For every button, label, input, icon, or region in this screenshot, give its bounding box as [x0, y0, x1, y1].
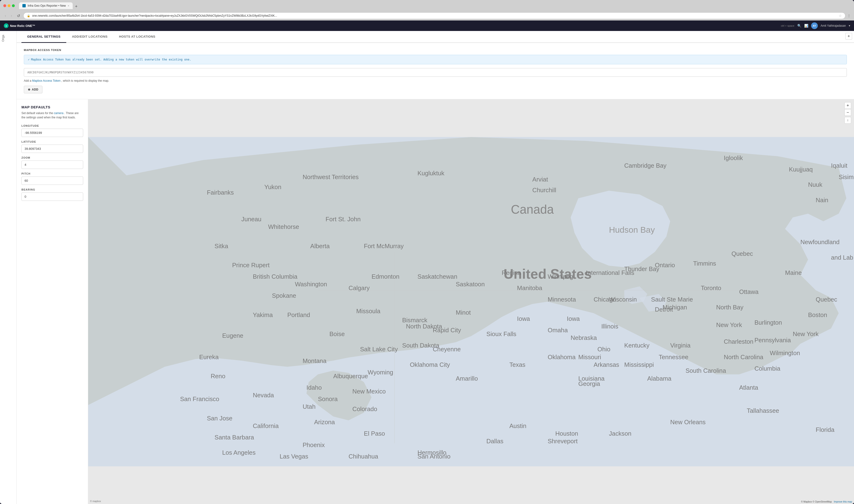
svg-text:Kugluktuk: Kugluktuk	[417, 170, 444, 177]
svg-text:Dallas: Dallas	[486, 438, 503, 445]
url-text: one.newrelic.com/launcher/85a4b2b4-1bcd-…	[32, 14, 837, 17]
svg-text:Jackson: Jackson	[609, 430, 631, 437]
svg-text:New York: New York	[793, 330, 819, 337]
browser-titlebar: Infra Geo Ops Reporter • New × +	[0, 0, 854, 11]
svg-text:Tallahassee: Tallahassee	[747, 407, 779, 414]
zoom-input[interactable]	[21, 161, 83, 169]
svg-text:Los Angeles: Los Angeles	[222, 449, 255, 456]
bearing-input[interactable]	[21, 193, 83, 201]
mapbox-token-link[interactable]: Mapbox Access Token	[32, 79, 60, 83]
star-icon[interactable]: ☆	[839, 14, 842, 18]
latitude-input[interactable]	[21, 145, 83, 153]
close-traffic-light[interactable]	[3, 4, 6, 7]
svg-text:San Francisco: San Francisco	[180, 396, 219, 402]
map-section-title: MAP DEFAULTS	[21, 105, 83, 109]
svg-text:New York: New York	[716, 322, 742, 328]
lock-icon: 🔒	[27, 14, 30, 17]
svg-text:Sault Ste Marie: Sault Ste Marie	[651, 296, 693, 303]
sidebar-label: Origa	[0, 33, 6, 43]
svg-text:Mississippi: Mississippi	[624, 361, 654, 368]
svg-text:North Dakota: North Dakota	[406, 323, 442, 330]
svg-text:Sitka: Sitka	[214, 243, 228, 249]
svg-text:Texas: Texas	[510, 361, 526, 368]
page-plus-button[interactable]: +	[846, 33, 852, 39]
token-input[interactable]	[24, 68, 847, 77]
svg-text:Ohio: Ohio	[598, 346, 610, 353]
search-button[interactable]: 🔍	[797, 24, 801, 28]
svg-text:Eugene: Eugene	[222, 332, 243, 339]
chart-button[interactable]: 📊	[804, 24, 808, 28]
ctrl-space-hint: ctrl + space	[781, 24, 795, 27]
svg-text:Iqaluit: Iqaluit	[831, 162, 848, 169]
tab-add-edit-locations[interactable]: ADD/EDIT LOCATIONS	[66, 31, 113, 43]
svg-text:Salt Lake City: Salt Lake City	[360, 346, 398, 353]
svg-text:Boise: Boise	[329, 330, 344, 337]
app-outer: Origa GENERAL SETTINGS ADD/EDIT LOCATION…	[0, 31, 854, 504]
svg-text:Canada: Canada	[511, 202, 554, 216]
map-compass-button[interactable]: ↑	[844, 117, 851, 124]
svg-text:El Paso: El Paso	[364, 430, 385, 437]
svg-text:Portland: Portland	[287, 311, 310, 318]
content-area: MAPBOX ACCESS TOKEN ✓ Mapbox Access Toke…	[17, 43, 854, 504]
map-zoom-controls: + − ↑	[844, 102, 851, 124]
latitude-label: LATITUDE	[21, 140, 83, 143]
app-sidebar: Origa	[0, 31, 17, 504]
svg-text:Illinois: Illinois	[601, 323, 618, 330]
tab-close-btn[interactable]: ×	[68, 4, 69, 7]
new-tab-button[interactable]: +	[74, 4, 79, 9]
svg-text:Oklahoma: Oklahoma	[548, 354, 576, 360]
back-button[interactable]: ‹	[3, 13, 7, 18]
address-bar[interactable]: 🔒 one.newrelic.com/launcher/85a4b2b4-1bc…	[23, 12, 846, 19]
svg-text:Hermosillo: Hermosillo	[417, 449, 446, 456]
svg-text:Timmins: Timmins	[693, 260, 716, 267]
svg-text:North Carolina: North Carolina	[724, 354, 763, 360]
svg-text:Minnesota: Minnesota	[548, 296, 576, 303]
svg-text:Michigan: Michigan	[663, 304, 687, 311]
svg-text:South Carolina: South Carolina	[686, 367, 726, 374]
extensions-button[interactable]: ⋮	[847, 14, 851, 18]
svg-text:Yakima: Yakima	[253, 311, 273, 318]
svg-text:Fairbanks: Fairbanks	[207, 189, 234, 196]
svg-text:Bismarck: Bismarck	[402, 317, 427, 323]
svg-text:Whitehorse: Whitehorse	[268, 223, 299, 230]
reload-button[interactable]: ↺	[16, 13, 21, 19]
svg-text:Omaha: Omaha	[548, 327, 568, 334]
nr-logo-dot: ●	[5, 24, 7, 27]
svg-text:Ottawa: Ottawa	[739, 288, 759, 295]
svg-text:North Bay: North Bay	[716, 304, 743, 311]
add-token-button[interactable]: ⊕ ADD	[24, 86, 42, 93]
browser-tab[interactable]: Infra Geo Ops Reporter • New ×	[19, 2, 73, 9]
app-main: GENERAL SETTINGS ADD/EDIT LOCATIONS HOST…	[17, 31, 854, 504]
forward-button[interactable]: ›	[9, 13, 13, 18]
tab-hosts-at-locations[interactable]: HOSTS AT LOCATIONS	[113, 31, 161, 43]
toolbar-actions: ⋮	[847, 14, 851, 18]
svg-text:Iowa: Iowa	[517, 316, 530, 322]
svg-text:Santa Barbara: Santa Barbara	[214, 434, 254, 440]
svg-text:Spokane: Spokane	[272, 292, 296, 299]
browser-content: ● New Relic ONE™ ctrl + space 🔍 📊 AY Ami…	[0, 20, 854, 504]
camera-link[interactable]: camera	[54, 111, 64, 115]
svg-text:Prince Rupert: Prince Rupert	[232, 262, 269, 268]
svg-text:Nain: Nain	[816, 197, 828, 203]
svg-text:Virginia: Virginia	[670, 342, 691, 349]
svg-text:California: California	[253, 422, 279, 429]
svg-text:Minot: Minot	[456, 309, 471, 316]
svg-text:Yukon: Yukon	[264, 184, 281, 190]
fullscreen-traffic-light[interactable]	[12, 4, 15, 7]
svg-text:Kentucky: Kentucky	[624, 342, 650, 349]
nr-header-right: ctrl + space 🔍 📊 AY Amit Yathirajadasan …	[781, 22, 850, 29]
pitch-input[interactable]	[21, 177, 83, 185]
tab-general-settings[interactable]: GENERAL SETTINGS	[21, 31, 66, 43]
bearing-field-group: BEARING	[21, 188, 83, 201]
map-container[interactable]: United States Canada Hudson Bay Portland…	[88, 99, 854, 504]
user-avatar[interactable]: AY	[811, 22, 818, 29]
user-dropdown-icon[interactable]: ▾	[849, 24, 850, 28]
svg-text:Northwest Territories: Northwest Territories	[303, 174, 359, 180]
svg-text:and Lab: and Lab	[831, 254, 853, 261]
improve-map-link[interactable]: Improve this map	[834, 500, 852, 503]
svg-text:Igloolik: Igloolik	[724, 155, 743, 161]
minimize-traffic-light[interactable]	[7, 4, 11, 7]
map-zoom-out-button[interactable]: −	[844, 109, 851, 116]
map-zoom-in-button[interactable]: +	[844, 102, 851, 109]
longitude-input[interactable]	[21, 129, 83, 137]
